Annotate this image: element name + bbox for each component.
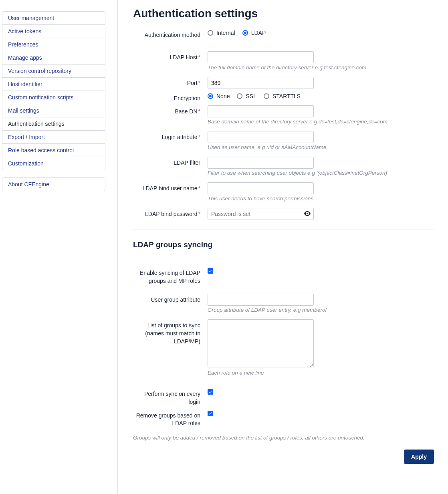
base-dn-input[interactable] (208, 105, 314, 117)
sidebar: User management Active tokens Preference… (0, 0, 118, 494)
login-attr-help: Used as user name, e.g uid or sAMAccount… (208, 144, 434, 150)
sidebar-item-manage-apps[interactable]: Manage apps (2, 51, 105, 65)
bind-pw-label: LDAP bind password* (133, 208, 208, 220)
remove-groups-label: Remove groups based on LDAP roles (133, 409, 208, 427)
sidebar-item-mail-settings[interactable]: Mail settings (2, 104, 105, 117)
sync-login-label: Perform sync on every login (133, 388, 208, 406)
ldap-host-label: LDAP Host* (133, 51, 208, 75)
auth-method-ldap[interactable]: LDAP (242, 30, 266, 36)
remove-groups-checkbox[interactable] (208, 411, 213, 416)
port-label: Port* (133, 77, 208, 89)
radio-icon (208, 93, 213, 99)
radio-label: SSL (246, 93, 256, 99)
sidebar-item-host-identifier[interactable]: Host identifier (2, 78, 105, 91)
groups-title: LDAP groups syncing (133, 240, 434, 249)
apply-button[interactable]: Apply (404, 450, 434, 464)
login-attr-label: Login attribute* (133, 131, 208, 155)
radio-icon (242, 30, 248, 36)
sync-login-checkbox[interactable] (208, 389, 213, 395)
ldap-host-help: The full domain name of the directory se… (208, 65, 434, 71)
page-title: Authentication settings (133, 7, 434, 20)
bind-user-label: LDAP bind user name* (133, 182, 208, 206)
groups-list-textarea[interactable] (208, 319, 314, 367)
auth-method-label: Authentication method (133, 29, 208, 39)
radio-icon (208, 30, 213, 36)
settings-nav: User management Active tokens Preference… (2, 11, 105, 170)
encryption-ssl[interactable]: SSL (237, 93, 256, 99)
radio-label: STARTTLS (272, 93, 301, 99)
radio-label: Internal (216, 30, 235, 36)
main-content: Authentication settings Authentication m… (118, 0, 448, 494)
radio-label: LDAP (251, 30, 266, 36)
encryption-starttls[interactable]: STARTTLS (264, 93, 301, 99)
login-attr-input[interactable] (208, 131, 314, 143)
radio-icon (264, 93, 269, 99)
bind-user-help: This user needs to have search permissio… (208, 196, 434, 202)
ldap-filter-help: Filter to use when searching user object… (208, 170, 434, 176)
encryption-label: Encryption (133, 92, 208, 103)
ldap-filter-label: LDAP filter (133, 157, 208, 181)
user-group-attr-help: Group attribute of LDAP user entry, e.g … (208, 307, 434, 313)
user-group-attr-input[interactable] (208, 294, 314, 306)
groups-list-label: List of groups to sync (names must match… (133, 319, 208, 381)
sidebar-item-version-control[interactable]: Version control repository (2, 65, 105, 78)
sidebar-item-authentication-settings[interactable]: Authentication settings (2, 117, 105, 131)
encryption-none[interactable]: None (208, 93, 230, 99)
radio-label: None (216, 93, 230, 99)
sidebar-item-preferences[interactable]: Preferences (2, 38, 105, 51)
bind-user-input[interactable] (208, 182, 314, 194)
sidebar-item-user-management[interactable]: User management (2, 12, 105, 25)
user-group-attr-label: User group attribute (133, 294, 208, 318)
eye-icon[interactable] (304, 211, 311, 217)
ldap-filter-input[interactable] (208, 157, 314, 169)
sidebar-item-rbac[interactable]: Role based access control (2, 144, 105, 157)
radio-icon (237, 93, 242, 99)
sidebar-item-active-tokens[interactable]: Active tokens (2, 25, 105, 38)
divider (133, 230, 434, 230)
ldap-host-input[interactable] (208, 51, 314, 63)
auth-method-internal[interactable]: Internal (208, 30, 235, 36)
about-nav: About CFEngine (2, 177, 105, 191)
sidebar-item-custom-notification-scripts[interactable]: Custom notification scripts (2, 91, 105, 104)
sidebar-item-customization[interactable]: Customization (2, 157, 105, 170)
bind-pw-input[interactable] (208, 208, 314, 220)
groups-footer-note: Groups will only be added / removed base… (133, 435, 434, 441)
enable-sync-label: Enable syncing of LDAP groups and MP rol… (133, 267, 208, 285)
base-dn-label: Base DN* (133, 105, 208, 129)
sidebar-item-about[interactable]: About CFEngine (2, 178, 105, 191)
groups-list-help: Each role on a new line (208, 370, 434, 376)
port-input[interactable] (208, 77, 314, 89)
enable-sync-checkbox[interactable] (208, 268, 213, 274)
base-dn-help: Base domain name of the directory server… (208, 119, 434, 125)
sidebar-item-export-import[interactable]: Export / Import (2, 131, 105, 144)
